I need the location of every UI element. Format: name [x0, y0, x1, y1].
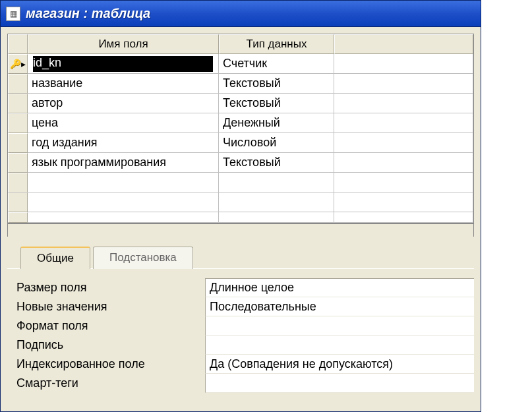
- window-title: магазин : таблица: [26, 6, 150, 21]
- grid-row[interactable]: год издания Числовой: [8, 133, 473, 153]
- row-selector[interactable]: [8, 192, 28, 212]
- property-label: Индексированное поле: [14, 357, 205, 371]
- grid-row[interactable]: название Текстовый: [8, 74, 473, 94]
- properties-body: Размер поля Длинное целое Новые значения…: [7, 268, 474, 393]
- tab-general[interactable]: Общие: [20, 247, 90, 269]
- table-icon: ▦: [6, 7, 20, 21]
- data-type-cell[interactable]: [219, 192, 334, 212]
- grid-row[interactable]: цена Денежный: [8, 113, 473, 133]
- row-selector[interactable]: [8, 173, 28, 192]
- splitter-bar[interactable]: [7, 223, 474, 237]
- property-label: Подпись: [14, 338, 205, 352]
- property-value[interactable]: [205, 336, 474, 355]
- property-value[interactable]: [205, 316, 474, 336]
- properties-tabs: Общие Подстановка: [7, 246, 474, 268]
- property-row[interactable]: Подпись: [14, 336, 474, 355]
- row-selector[interactable]: 🔑▸: [8, 54, 28, 74]
- tab-lookup[interactable]: Подстановка: [93, 247, 193, 269]
- field-grid: Имя поля Тип данных 🔑▸ id_kn Счетчик наз…: [7, 34, 474, 223]
- description-cell[interactable]: [334, 113, 473, 133]
- property-value[interactable]: Длинное целое: [205, 278, 474, 297]
- property-label: Новые значения: [14, 300, 205, 314]
- property-row[interactable]: Новые значения Последовательные: [14, 297, 474, 316]
- description-cell[interactable]: [334, 74, 473, 94]
- property-label: Смарт-теги: [14, 376, 205, 390]
- field-name-cell[interactable]: год издания: [28, 133, 219, 153]
- grid-header-row: Имя поля Тип данных: [8, 34, 473, 54]
- column-header-datatype[interactable]: Тип данных: [219, 34, 334, 54]
- data-type-cell[interactable]: Счетчик: [219, 54, 334, 74]
- row-selector[interactable]: [8, 153, 28, 173]
- grid-row[interactable]: автор Текстовый: [8, 94, 473, 113]
- field-name-cell[interactable]: цена: [28, 113, 219, 133]
- description-cell[interactable]: [334, 94, 473, 113]
- field-name-cell[interactable]: [28, 173, 219, 192]
- data-type-cell[interactable]: Текстовый: [219, 74, 334, 94]
- description-cell[interactable]: [334, 133, 473, 153]
- field-name-cell[interactable]: название: [28, 74, 219, 94]
- description-cell[interactable]: [334, 54, 473, 74]
- grid-row[interactable]: язык программирования Текстовый: [8, 153, 473, 173]
- row-selector[interactable]: [8, 133, 28, 153]
- row-selector[interactable]: [8, 113, 28, 133]
- table-design-window: ▦ магазин : таблица Имя поля Тип данных …: [0, 0, 481, 412]
- primary-key-icon: 🔑▸: [10, 59, 26, 69]
- field-name-cell[interactable]: [28, 212, 219, 223]
- column-header-fieldname[interactable]: Имя поля: [28, 34, 219, 54]
- description-cell[interactable]: [334, 173, 473, 192]
- data-type-cell[interactable]: Текстовый: [219, 153, 334, 173]
- row-selector[interactable]: [8, 212, 28, 223]
- property-value[interactable]: Последовательные: [205, 297, 474, 316]
- field-properties-panel: Общие Подстановка Размер поля Длинное це…: [7, 241, 474, 393]
- property-row[interactable]: Размер поля Длинное целое: [14, 278, 474, 297]
- data-type-cell[interactable]: [219, 212, 334, 223]
- row-selector[interactable]: [8, 74, 28, 94]
- titlebar[interactable]: ▦ магазин : таблица: [1, 1, 481, 27]
- field-name-cell[interactable]: [28, 192, 219, 212]
- field-name-cell[interactable]: автор: [28, 94, 219, 113]
- grid-row-empty[interactable]: [8, 212, 473, 223]
- property-row[interactable]: Формат поля: [14, 316, 474, 336]
- row-selector-header[interactable]: [8, 34, 28, 54]
- data-type-cell[interactable]: Числовой: [219, 133, 334, 153]
- data-type-cell[interactable]: [219, 173, 334, 192]
- grid-row-empty[interactable]: [8, 173, 473, 192]
- data-type-cell[interactable]: Денежный: [219, 113, 334, 133]
- data-type-cell[interactable]: Текстовый: [219, 94, 334, 113]
- property-value[interactable]: [205, 374, 474, 393]
- property-label: Размер поля: [14, 281, 205, 295]
- grid-row-empty[interactable]: [8, 192, 473, 212]
- property-row[interactable]: Смарт-теги: [14, 374, 474, 393]
- column-header-description[interactable]: [334, 34, 473, 54]
- description-cell[interactable]: [334, 212, 473, 223]
- property-value[interactable]: Да (Совпадения не допускаются): [205, 355, 474, 374]
- description-cell[interactable]: [334, 192, 473, 212]
- description-cell[interactable]: [334, 153, 473, 173]
- property-row[interactable]: Индексированное поле Да (Совпадения не д…: [14, 355, 474, 374]
- property-label: Формат поля: [14, 319, 205, 333]
- grid-row[interactable]: 🔑▸ id_kn Счетчик: [8, 54, 473, 74]
- row-selector[interactable]: [8, 94, 28, 113]
- field-name-cell[interactable]: язык программирования: [28, 153, 219, 173]
- field-name-cell[interactable]: id_kn: [28, 54, 219, 74]
